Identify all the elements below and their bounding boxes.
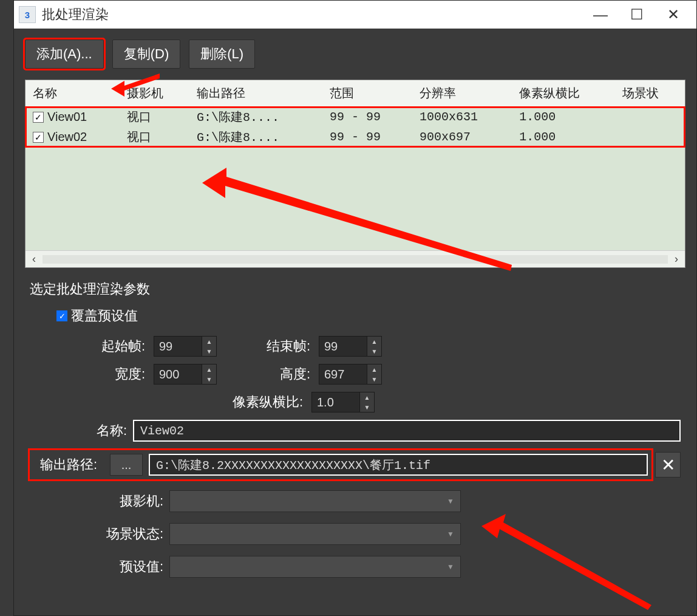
end-frame-label: 结束帧: [225,337,310,355]
row-name: View02 [47,130,87,144]
width-label: 宽度: [72,365,145,383]
row-range: 99 - 99 [322,127,412,147]
start-frame-input[interactable] [154,336,202,357]
spinner-up-icon[interactable]: ▲ [202,364,216,374]
close-icon: ✕ [661,455,675,475]
row-aspect: 1.000 [512,127,615,147]
toolbar: 添加(A)... 复制(D) 删除(L) [25,39,685,69]
close-button[interactable]: ✕ [655,2,692,27]
spinner-down-icon[interactable]: ▼ [360,402,374,412]
preset-label: 预设值: [72,558,163,576]
scene-state-label: 场景状态: [72,525,163,543]
add-button[interactable]: 添加(A)... [25,39,104,69]
delete-button[interactable]: 删除(L) [189,39,255,69]
pixel-aspect-spinner[interactable]: ▲▼ [311,392,375,412]
table-empty-area[interactable] [25,147,685,250]
col-scene-state[interactable]: 场景状 [615,80,685,107]
table-row[interactable]: ✓View02 视口 G:\陈建8.... 99 - 99 900x697 1.… [25,127,685,147]
spinner-up-icon[interactable]: ▲ [367,364,381,374]
pixel-aspect-label: 像素纵横比: [194,393,303,411]
titlebar: 3 批处理渲染 — ☐ ✕ [14,1,696,29]
row-checkbox[interactable]: ✓ [33,132,44,143]
spinner-down-icon[interactable]: ▼ [202,374,216,384]
output-path-input[interactable] [149,454,648,476]
override-label: 覆盖预设值 [71,307,138,325]
height-label: 高度: [225,365,310,383]
spinner-down-icon[interactable]: ▼ [367,374,381,384]
scroll-track[interactable] [42,255,668,264]
output-path-label: 输出路径: [33,456,104,474]
row-camera: 视口 [120,127,189,147]
start-frame-label: 起始帧: [72,337,145,355]
row-camera: 视口 [120,107,189,128]
browse-button[interactable]: ... [110,454,143,476]
row-resolution: 900x697 [412,127,512,147]
row-output: G:\陈建8.... [189,127,322,147]
col-output[interactable]: 输出路径 [189,80,322,107]
spinner-up-icon[interactable]: ▲ [367,337,381,346]
name-label: 名称: [66,422,127,440]
width-input[interactable] [154,364,202,385]
col-aspect[interactable]: 像素纵横比 [512,80,615,107]
preset-dropdown[interactable] [169,556,461,578]
camera-label: 摄影机: [72,492,163,510]
row-aspect: 1.000 [512,107,615,128]
override-checkbox[interactable]: ✓ [56,310,67,321]
maximize-button[interactable]: ☐ [619,2,655,27]
row-output: G:\陈建8.... [189,107,322,128]
scroll-right-icon[interactable]: › [668,253,685,265]
row-checkbox[interactable]: ✓ [33,112,44,123]
minimize-button[interactable]: — [582,2,619,27]
end-frame-input[interactable] [319,336,367,357]
view-table: 名称 摄影机 输出路径 范围 分辨率 像素纵横比 场景状 ✓View01 视口 … [25,80,685,268]
spinner-down-icon[interactable]: ▼ [202,346,216,356]
camera-dropdown[interactable] [169,490,461,512]
height-input[interactable] [319,364,367,385]
duplicate-button[interactable]: 复制(D) [112,39,181,69]
spinner-down-icon[interactable]: ▼ [367,346,381,356]
scene-state-dropdown[interactable] [169,523,461,545]
col-name[interactable]: 名称 [25,80,120,107]
spinner-up-icon[interactable]: ▲ [360,392,374,402]
row-resolution: 1000x631 [412,107,512,128]
start-frame-spinner[interactable]: ▲▼ [154,336,217,357]
col-range[interactable]: 范围 [322,80,412,107]
table-header-row: 名称 摄影机 输出路径 范围 分辨率 像素纵横比 场景状 [25,80,685,107]
col-camera[interactable]: 摄影机 [120,80,189,107]
app-icon: 3 [19,6,36,23]
name-input[interactable] [133,420,681,442]
clear-path-button[interactable]: ✕ [655,452,681,477]
params-section-title: 选定批处理渲染参数 [30,280,681,298]
spinner-up-icon[interactable]: ▲ [202,337,216,346]
row-name: View01 [47,110,87,124]
row-range: 99 - 99 [322,107,412,128]
end-frame-spinner[interactable]: ▲▼ [319,336,382,357]
scroll-left-icon[interactable]: ‹ [25,253,42,265]
window-title: 批处理渲染 [42,5,582,24]
horizontal-scrollbar[interactable]: ‹ › [25,250,685,267]
col-resolution[interactable]: 分辨率 [412,80,512,107]
table-row[interactable]: ✓View01 视口 G:\陈建8.... 99 - 99 1000x631 1… [25,107,685,128]
pixel-aspect-input[interactable] [311,392,360,412]
height-spinner[interactable]: ▲▼ [319,364,382,385]
width-spinner[interactable]: ▲▼ [154,364,217,385]
